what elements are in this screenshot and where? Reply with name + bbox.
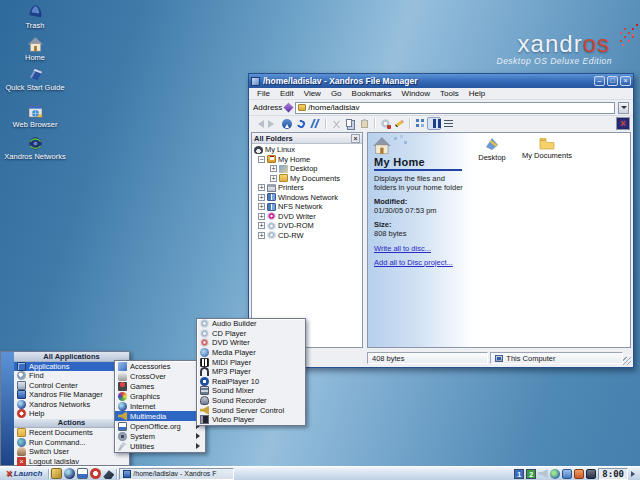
tray-display-icon[interactable]: [562, 469, 572, 479]
refresh-button[interactable]: [294, 117, 308, 130]
menu-file[interactable]: File: [252, 89, 275, 98]
cut-button[interactable]: [329, 117, 343, 130]
collapse-icon[interactable]: [258, 156, 265, 163]
expand-icon[interactable]: [258, 184, 265, 191]
taskbar-clock[interactable]: 8:00: [598, 468, 628, 480]
menu-item-accessories[interactable]: Accessories: [115, 361, 205, 371]
menu-item-xandros-networks[interactable]: Xandros Networks: [14, 400, 129, 410]
menu-item-applications[interactable]: Applications: [14, 362, 129, 372]
menu-window[interactable]: Window: [397, 89, 435, 98]
menu-item-dvd-writer[interactable]: DVD Writer: [197, 338, 305, 348]
column-view-button[interactable]: [427, 117, 441, 130]
menu-item-help[interactable]: Help: [14, 409, 129, 419]
detail-view-button[interactable]: [441, 117, 455, 130]
quicklaunch-web-browser-icon[interactable]: [64, 468, 75, 479]
menu-item-openoffice[interactable]: OpenOffice.org: [115, 421, 205, 431]
menu-item-system[interactable]: System: [115, 431, 205, 441]
desktop-icon-quick-start-guide[interactable]: Quick Start Guide: [4, 66, 66, 93]
menu-item-realplayer[interactable]: RealPlayer 10: [197, 377, 305, 387]
close-button[interactable]: [620, 76, 631, 86]
expand-icon[interactable]: [258, 222, 265, 229]
address-combo[interactable]: [295, 102, 615, 114]
rename-button[interactable]: [392, 117, 406, 130]
launch-button[interactable]: × Launch: [2, 468, 46, 480]
menu-item-utilities[interactable]: Utilities: [115, 441, 205, 451]
menu-item-recent-documents[interactable]: Recent Documents: [14, 428, 129, 438]
tree-item-my-linux[interactable]: My Linux: [252, 145, 362, 155]
menu-item-games[interactable]: Games: [115, 381, 205, 391]
forward-button[interactable]: [266, 117, 280, 130]
expand-icon[interactable]: [270, 165, 277, 172]
menu-tools[interactable]: Tools: [435, 89, 464, 98]
menu-item-sound-mixer[interactable]: Sound Mixer: [197, 386, 305, 396]
tree-item-nfs-network[interactable]: NFS Network: [252, 202, 362, 212]
expand-icon[interactable]: [270, 175, 277, 182]
tray-clipboard-icon[interactable]: [586, 469, 596, 479]
paste-button[interactable]: [357, 117, 371, 130]
menu-item-run-command[interactable]: Run Command...: [14, 438, 129, 448]
write-to-disc-link[interactable]: Write all to disc...: [374, 244, 431, 253]
pager-desktop-2[interactable]: 2: [526, 469, 536, 479]
window-titlebar[interactable]: /home/ladislav - Xandros File Manager: [249, 74, 633, 88]
menu-view[interactable]: View: [299, 89, 326, 98]
menu-item-cd-player[interactable]: CD Player: [197, 329, 305, 339]
desktop-icon-xandros-networks[interactable]: Xandros Networks: [4, 135, 66, 162]
menu-item-find[interactable]: Find: [14, 371, 129, 381]
tree-item-dvd-writer[interactable]: DVD Writer: [252, 212, 362, 222]
menu-item-media-player[interactable]: Media Player: [197, 348, 305, 358]
tray-update-icon[interactable]: [574, 469, 584, 479]
menu-item-control-center[interactable]: Control Center: [14, 381, 129, 391]
tree-item-cd-rw[interactable]: CD-RW: [252, 231, 362, 241]
go-icon[interactable]: [284, 103, 294, 113]
tree-item-my-documents[interactable]: My Documents: [252, 174, 362, 184]
menu-item-sound-server-control[interactable]: Sound Server Control: [197, 405, 305, 415]
menu-item-file-manager[interactable]: Xandros File Manager: [14, 390, 129, 400]
maximize-button[interactable]: [607, 76, 618, 86]
pager-desktop-1[interactable]: 1: [514, 469, 524, 479]
menu-item-logout[interactable]: Logout ladislav: [14, 457, 129, 467]
menu-help[interactable]: Help: [464, 89, 490, 98]
quicklaunch-help-icon[interactable]: [90, 468, 101, 479]
tree-item-my-home[interactable]: My Home: [252, 155, 362, 165]
tree-item-printers[interactable]: Printers: [252, 183, 362, 193]
tree-close-button[interactable]: ×: [351, 134, 360, 143]
home-button[interactable]: [308, 117, 322, 130]
volume-icon[interactable]: [538, 469, 548, 479]
menu-item-mp3-player[interactable]: MP3 Player: [197, 367, 305, 377]
expand-icon[interactable]: [258, 213, 265, 220]
expand-icon[interactable]: [258, 194, 265, 201]
network-status-icon[interactable]: [550, 469, 560, 479]
file-item-desktop[interactable]: Desktop: [468, 136, 516, 163]
menu-item-graphics[interactable]: Graphics: [115, 391, 205, 401]
menu-item-multimedia[interactable]: Multimedia: [115, 411, 205, 421]
expand-icon[interactable]: [258, 232, 265, 239]
desktop-icon-home[interactable]: Home: [4, 36, 66, 63]
desktop-icon-trash[interactable]: Trash: [4, 4, 66, 31]
menu-item-midi-player[interactable]: MIDI Player: [197, 357, 305, 367]
task-button-file-manager[interactable]: /home/ladislav - Xandros F: [119, 468, 234, 480]
menu-bookmarks[interactable]: Bookmarks: [347, 89, 397, 98]
menu-item-crossover[interactable]: CrossOver: [115, 371, 205, 381]
menu-item-switch-user[interactable]: Switch User: [14, 447, 129, 457]
menu-item-video-player[interactable]: Video Player: [197, 415, 305, 425]
menu-item-sound-recorder[interactable]: Sound Recorder: [197, 396, 305, 406]
expand-icon[interactable]: [258, 203, 265, 210]
address-dropdown-button[interactable]: [618, 102, 629, 114]
minimize-button[interactable]: [594, 76, 605, 86]
address-input[interactable]: [308, 103, 612, 113]
tree-item-dvd-rom[interactable]: DVD-ROM: [252, 221, 362, 231]
write-to-disc-button[interactable]: [378, 117, 392, 130]
tree-item-windows-network[interactable]: Windows Network: [252, 193, 362, 203]
copy-button[interactable]: [343, 117, 357, 130]
quicklaunch-mail-icon[interactable]: [103, 468, 114, 479]
tree-item-desktop[interactable]: Desktop: [252, 164, 362, 174]
menu-item-internet[interactable]: Internet: [115, 401, 205, 411]
add-to-disc-project-link[interactable]: Add all to Disc project...: [374, 258, 453, 267]
desktop-icon-web-browser[interactable]: Web Browser: [4, 103, 66, 130]
file-item-my-documents[interactable]: My Documents: [520, 136, 574, 161]
panel-hide-arrow[interactable]: [630, 468, 638, 480]
back-button[interactable]: [252, 117, 266, 130]
menu-item-audio-builder[interactable]: Audio Builder: [197, 319, 305, 329]
menu-edit[interactable]: Edit: [275, 89, 299, 98]
menu-go[interactable]: Go: [326, 89, 347, 98]
